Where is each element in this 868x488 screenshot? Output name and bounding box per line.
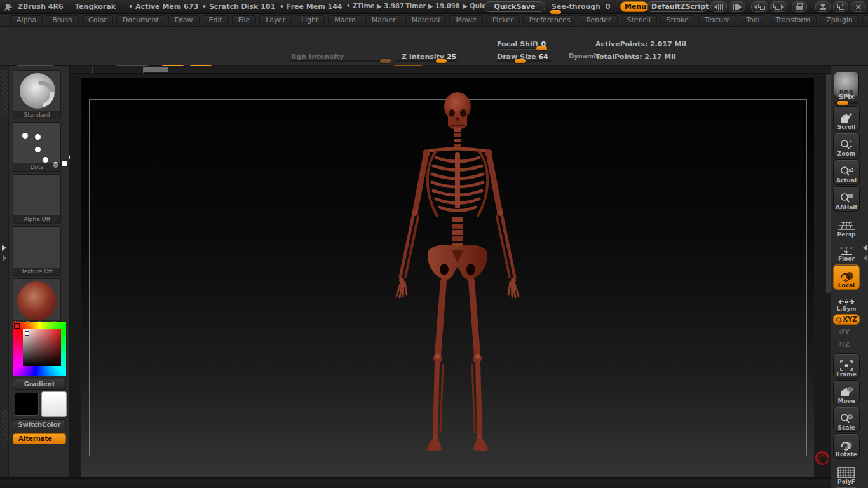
- menu-item[interactable]: Draw: [168, 15, 200, 25]
- stat-timer: Timer ▶ 19.098: [405, 3, 460, 10]
- menu-item[interactable]: Render: [580, 15, 617, 25]
- svg-text:y: y: [845, 245, 848, 250]
- close-button[interactable]: ×: [851, 1, 866, 12]
- lock-icon[interactable]: [792, 1, 807, 12]
- alpha-thumbnail[interactable]: Alpha Off: [13, 174, 61, 224]
- see-through-slider[interactable]: [550, 11, 609, 13]
- z-intensity-thumb[interactable]: [436, 59, 447, 63]
- lsym-button[interactable]: L.Sym: [833, 292, 860, 313]
- rotate-sphere-icon: [839, 440, 853, 451]
- menu-item[interactable]: Zplugin: [820, 15, 859, 25]
- floor-button[interactable]: xyz Floor: [833, 240, 860, 262]
- menu-item[interactable]: Picker: [486, 15, 520, 25]
- draw-size-thumb[interactable]: [515, 59, 526, 63]
- rotate-y-icon[interactable]: ↺Y: [839, 328, 850, 336]
- shelf-shift-right-icon[interactable]: [729, 1, 745, 12]
- zoom-button[interactable]: Zoom: [833, 133, 860, 158]
- secondary-color-swatch[interactable]: [41, 391, 67, 417]
- cycle-ui-right-icon[interactable]: [770, 1, 787, 12]
- menu-item[interactable]: Movie: [449, 15, 483, 25]
- dots-stroke-icon: [18, 128, 57, 161]
- vertical-scrollbar-thumb[interactable]: [826, 74, 831, 293]
- material-thumbnail[interactable]: MatCap Red Wa: [13, 278, 61, 328]
- scroll-button[interactable]: Scroll: [833, 106, 860, 132]
- menu-item[interactable]: Layer: [259, 15, 292, 25]
- frame-button[interactable]: Frame: [833, 353, 860, 379]
- focal-shift-slider[interactable]: [497, 48, 552, 50]
- minimize-button[interactable]: [815, 1, 831, 12]
- horizontal-scrollbar-thumb[interactable]: [143, 67, 168, 72]
- right-tray-handle2-icon[interactable]: [864, 255, 867, 261]
- menu-item[interactable]: File: [232, 15, 256, 25]
- symmetry-arrows-icon: [837, 298, 855, 306]
- z-intensity-slider[interactable]: [394, 60, 458, 62]
- cycle-ui-left-icon[interactable]: [751, 1, 768, 12]
- menu-item[interactable]: Edit: [203, 15, 229, 25]
- right-tray-handle-icon[interactable]: [863, 245, 867, 251]
- menu-item[interactable]: Color: [82, 15, 113, 25]
- menu-item[interactable]: Macro: [328, 15, 362, 25]
- canvas-area[interactable]: [70, 74, 831, 477]
- menu-item[interactable]: Zscript: [862, 15, 868, 25]
- focal-shift-thumb[interactable]: [536, 46, 547, 50]
- menu-item[interactable]: Stroke: [660, 15, 695, 25]
- hue-selector[interactable]: [14, 323, 20, 329]
- horizontal-scrollbar[interactable]: [70, 66, 831, 74]
- shelf-shift-left-icon[interactable]: [710, 1, 727, 12]
- rgb-intensity-thumb[interactable]: [380, 59, 391, 63]
- switch-color-button[interactable]: SwitchColor: [13, 419, 66, 430]
- zbrush-logo-icon: [2, 1, 15, 13]
- scale-3d-button[interactable]: Scale: [833, 407, 860, 432]
- local-button[interactable]: Local: [833, 264, 860, 290]
- menu-item[interactable]: Marker: [365, 15, 402, 25]
- rotate-z-icon[interactable]: ↻Z: [839, 341, 850, 349]
- left-edge-strip: [0, 66, 9, 488]
- persp-button[interactable]: Persp: [833, 214, 860, 238]
- gradient-button[interactable]: Gradient: [13, 379, 66, 390]
- aahalf-button[interactable]: AAHalf: [833, 186, 860, 212]
- spix-thumb[interactable]: [837, 101, 848, 105]
- menus-button[interactable]: Menus: [620, 1, 648, 12]
- menu-item[interactable]: Texture: [698, 15, 736, 25]
- color-picker[interactable]: [13, 322, 66, 376]
- svg-text:z: z: [850, 245, 853, 250]
- document-canvas[interactable]: [81, 78, 814, 477]
- menu-item[interactable]: Document: [116, 15, 165, 25]
- left-edge-texture2: [1, 409, 8, 449]
- spix-slider[interactable]: [834, 102, 859, 104]
- move-3d-button[interactable]: Move: [833, 380, 860, 405]
- menu-item[interactable]: Stencil: [621, 15, 657, 25]
- default-zscript-button[interactable]: DefaultZScript: [647, 1, 708, 12]
- main-color-swatch[interactable]: [15, 393, 39, 416]
- left-edge-texture: [1, 70, 8, 116]
- magnifier-zoom-icon: [839, 139, 853, 151]
- rotate-3d-button[interactable]: Rotate: [833, 433, 860, 459]
- menu-item[interactable]: Material: [405, 15, 447, 25]
- menu-item[interactable]: Light: [295, 15, 325, 25]
- spix-label: SPix: [831, 93, 862, 100]
- menu-item[interactable]: Brush: [46, 15, 79, 25]
- skeleton-model[interactable]: [381, 88, 534, 458]
- quicksave-button[interactable]: QuickSave: [484, 1, 545, 12]
- rgb-intensity-slider[interactable]: [290, 60, 390, 62]
- menu-item[interactable]: Preferences: [523, 15, 577, 25]
- alpha-label: Alpha Off: [13, 215, 60, 223]
- menu-item[interactable]: Tool: [740, 15, 766, 25]
- alternate-button[interactable]: Alternate: [13, 433, 66, 444]
- right-shelf: BPR SPix Scroll Zoom x1 Actual AAHalf Pe…: [831, 66, 868, 488]
- menu-item[interactable]: Alpha: [10, 15, 43, 25]
- texture-thumbnail[interactable]: Texture Off: [13, 226, 61, 276]
- actual-button[interactable]: x1 Actual: [833, 159, 860, 185]
- menu-item[interactable]: Transform: [770, 15, 817, 25]
- sv-selector[interactable]: [25, 331, 29, 336]
- left-tray-handle-icon[interactable]: [2, 245, 6, 251]
- left-tray-handle2-icon[interactable]: [3, 255, 6, 261]
- svg-text:x1: x1: [848, 168, 853, 173]
- restore-button[interactable]: [833, 1, 848, 12]
- stroke-label: Dots: [13, 163, 60, 171]
- polyf-button[interactable]: PolyF: [833, 460, 860, 485]
- draw-size-slider[interactable]: [497, 60, 552, 62]
- xyz-button[interactable]: XYZ: [833, 314, 860, 325]
- brush-thumbnail[interactable]: Standard: [13, 70, 61, 119]
- stroke-thumbnail[interactable]: Dots: [13, 122, 61, 172]
